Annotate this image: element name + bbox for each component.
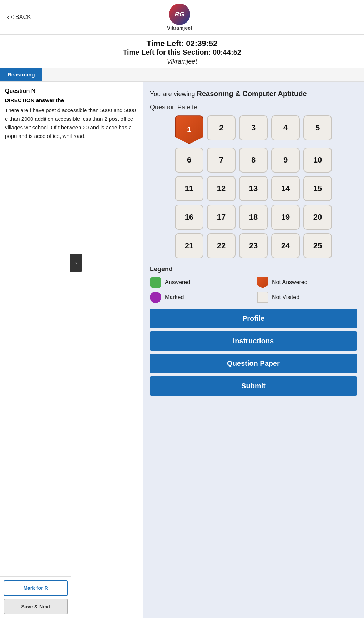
answered-label: Answered [165, 279, 190, 285]
save-next-button[interactable]: Save & Next [4, 599, 68, 614]
palette-btn-22[interactable]: 22 [207, 233, 236, 258]
submit-button[interactable]: Submit [150, 376, 357, 396]
back-label: < BACK [10, 14, 31, 20]
answered-icon [150, 277, 161, 288]
palette-btn-2[interactable]: 2 [207, 115, 236, 140]
palette-btn-9[interactable]: 9 [271, 148, 300, 173]
palette-btn-4[interactable]: 4 [271, 115, 300, 140]
profile-button[interactable]: Profile [150, 309, 357, 328]
palette-btn-10[interactable]: 10 [303, 148, 332, 173]
palette-btn-15[interactable]: 15 [303, 176, 332, 201]
palette-btn-12[interactable]: 12 [207, 176, 236, 201]
palette-btn-19[interactable]: 19 [271, 205, 300, 230]
direction-label: DIRECTION answer the [5, 97, 138, 103]
legend-not-answered: Not Answered [257, 277, 357, 288]
main-content: Question N DIRECTION answer the There ar… [0, 82, 364, 618]
legend-grid: Answered Not Answered Marked Not Visited [150, 277, 357, 303]
legend-section: Legend Answered Not Answered Marked Not … [150, 265, 357, 303]
not-visited-label: Not Visited [272, 294, 299, 300]
palette-btn-21[interactable]: 21 [175, 233, 203, 258]
time-section-display: Time Left for this Section: 00:44:52 [0, 48, 364, 56]
legend-answered: Answered [150, 277, 250, 288]
question-paper-button[interactable]: Question Paper [150, 354, 357, 373]
back-button[interactable]: ‹ < BACK [7, 14, 31, 20]
back-arrow-icon: ‹ [7, 14, 9, 20]
palette-btn-3[interactable]: 3 [239, 115, 268, 140]
logo-name: Vikramjeet [167, 25, 192, 31]
marked-label: Marked [165, 294, 184, 300]
palette-grid: 1234567891011121314151617181920212223242… [150, 115, 357, 258]
question-passage: There are f have post d accessible than … [5, 106, 138, 140]
username-display: Vikramjeet [0, 58, 364, 65]
palette-btn-14[interactable]: 14 [271, 176, 300, 201]
palette-btn-25[interactable]: 25 [303, 233, 332, 258]
not-answered-label: Not Answered [272, 279, 308, 285]
question-bottom-buttons: Mark for R Save & Next [0, 576, 71, 618]
legend-marked: Marked [150, 292, 250, 303]
question-number-label: Question N [5, 88, 138, 94]
header: ‹ < BACK RG Vikramjeet [0, 0, 364, 35]
collapse-toggle[interactable]: › [70, 254, 82, 272]
palette-btn-18[interactable]: 18 [239, 205, 268, 230]
logo-icon: RG [169, 4, 190, 25]
question-area: Question N DIRECTION answer the There ar… [0, 82, 143, 618]
palette-btn-23[interactable]: 23 [239, 233, 268, 258]
palette-btn-24[interactable]: 24 [271, 233, 300, 258]
palette-panel: You are viewing Reasoning & Computer Apt… [143, 82, 364, 618]
palette-btn-16[interactable]: 16 [175, 205, 203, 230]
legend-title: Legend [150, 265, 357, 273]
palette-btn-20[interactable]: 20 [303, 205, 332, 230]
legend-not-visited: Not Visited [257, 292, 357, 303]
not-visited-icon [257, 292, 268, 303]
palette-btn-13[interactable]: 13 [239, 176, 268, 201]
palette-btn-7[interactable]: 7 [207, 148, 236, 173]
instructions-button[interactable]: Instructions [150, 331, 357, 351]
palette-btn-5[interactable]: 5 [303, 115, 332, 140]
viewing-text: You are viewing Reasoning & Computer Apt… [150, 89, 357, 99]
palette-btn-11[interactable]: 11 [175, 176, 203, 201]
not-answered-icon [257, 277, 268, 288]
tab-reasoning[interactable]: Reasoning [0, 68, 42, 81]
mark-for-review-button[interactable]: Mark for R [4, 580, 68, 596]
palette-title: Question Palette [150, 104, 357, 111]
palette-btn-1[interactable]: 1 [175, 115, 203, 144]
timer-section: Time Left: 02:39:52 Time Left for this S… [0, 35, 364, 68]
marked-icon [150, 292, 161, 303]
palette-btn-17[interactable]: 17 [207, 205, 236, 230]
chevron-right-icon: › [75, 259, 77, 267]
time-left-display: Time Left: 02:39:52 [0, 39, 364, 48]
subject-tabs: Reasoning [0, 68, 364, 82]
logo-area: RG Vikramjeet [167, 4, 192, 31]
action-buttons: Profile Instructions Question Paper Subm… [150, 309, 357, 396]
palette-btn-8[interactable]: 8 [239, 148, 268, 173]
palette-btn-6[interactable]: 6 [175, 148, 203, 173]
